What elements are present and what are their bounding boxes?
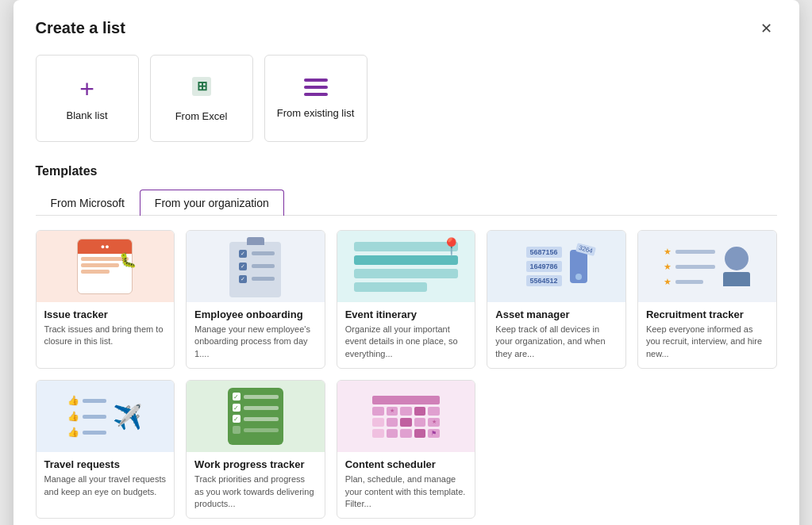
template-info-asset-manager: Asset manager Keep track of all devices …	[487, 302, 625, 368]
tab-from-organization[interactable]: From your organization	[140, 190, 284, 216]
thumb-travel-requests: 👍 👍 👍 ✈️	[37, 381, 175, 452]
template-desc-content-scheduler: Plan, schedule, and manage your content …	[345, 473, 468, 510]
template-desc-work-progress-tracker: Track priorities and progress as you wor…	[194, 473, 317, 510]
blank-list-card[interactable]: + Blank list	[36, 55, 139, 142]
dialog-header: Create a list ✕	[36, 19, 777, 37]
template-name-work-progress-tracker: Work progress tracker	[194, 458, 317, 470]
dialog-title: Create a list	[36, 19, 125, 37]
template-name-asset-manager: Asset manager	[495, 308, 618, 320]
template-info-recruitment-tracker: Recruitment tracker Keep everyone inform…	[638, 302, 776, 368]
thumb-asset-manager: 5687156 1649786 5564512 3264	[487, 231, 625, 302]
template-desc-travel-requests: Manage all your travel requests and keep…	[44, 473, 167, 498]
lines-icon	[304, 79, 328, 99]
thumb-recruitment-tracker: ★ ★ ★	[638, 231, 776, 302]
template-name-content-scheduler: Content scheduler	[345, 458, 468, 470]
template-info-employee-onboarding: Employee onboarding Manage your new empl…	[187, 302, 325, 368]
template-tabs: From Microsoft From your organization	[36, 190, 777, 216]
template-grid-row2: 👍 👍 👍 ✈️ Travel requests Manage	[36, 380, 777, 519]
thumb-work-progress-tracker: ✓ ✓ ✓	[187, 381, 325, 452]
svg-rect-4	[304, 93, 328, 96]
template-desc-issue-tracker: Track issues and bring them to closure i…	[44, 324, 167, 348]
template-grid-row1: ●● 🐛 Issue tracker Track issues and brin…	[36, 230, 777, 369]
template-desc-event-itinerary: Organize all your important event detail…	[345, 324, 468, 360]
template-card-issue-tracker[interactable]: ●● 🐛 Issue tracker Track issues and brin…	[36, 230, 175, 369]
svg-text:⊞: ⊞	[196, 79, 206, 93]
from-existing-list-label: From existing list	[277, 107, 355, 119]
template-card-content-scheduler[interactable]: ★ ★ ⚑ Content scheduler	[337, 380, 476, 519]
template-info-work-progress-tracker: Work progress tracker Track priorities a…	[187, 452, 325, 518]
excel-icon: ⊞	[190, 75, 214, 102]
templates-section-title: Templates	[36, 164, 777, 178]
template-desc-recruitment-tracker: Keep everyone informed as you recruit, i…	[646, 324, 768, 360]
template-desc-asset-manager: Keep track of all devices in your organi…	[495, 324, 618, 360]
from-existing-list-card[interactable]: From existing list	[264, 55, 368, 142]
tab-from-microsoft[interactable]: From Microsoft	[36, 190, 140, 216]
template-name-issue-tracker: Issue tracker	[44, 308, 167, 320]
template-desc-employee-onboarding: Manage your new employee's onboarding pr…	[194, 324, 317, 360]
create-list-dialog: Create a list ✕ + Blank list ⊞ From Exce…	[13, 0, 799, 525]
close-button[interactable]: ✕	[756, 20, 777, 37]
from-excel-card[interactable]: ⊞ From Excel	[150, 55, 253, 142]
empty-slot-2	[637, 380, 777, 519]
blank-list-label: Blank list	[66, 109, 107, 121]
empty-slot-1	[487, 380, 626, 519]
template-info-event-itinerary: Event itinerary Organize all your import…	[337, 302, 475, 368]
action-cards-row: + Blank list ⊞ From Excel From exi	[36, 55, 777, 142]
from-excel-label: From Excel	[175, 110, 228, 122]
template-name-recruitment-tracker: Recruitment tracker	[646, 308, 768, 320]
template-info-travel-requests: Travel requests Manage all your travel r…	[37, 452, 175, 506]
template-card-recruitment-tracker[interactable]: ★ ★ ★ Recru	[637, 230, 777, 369]
template-card-travel-requests[interactable]: 👍 👍 👍 ✈️ Travel requests Manage	[36, 380, 175, 519]
template-info-issue-tracker: Issue tracker Track issues and bring the…	[37, 302, 175, 356]
svg-rect-2	[304, 79, 328, 82]
thumb-event-itinerary: 📍	[337, 231, 475, 302]
svg-rect-3	[304, 86, 328, 89]
template-name-event-itinerary: Event itinerary	[345, 308, 468, 320]
template-card-event-itinerary[interactable]: 📍 Event itinerary Organize all your impo…	[337, 230, 476, 369]
template-card-employee-onboarding[interactable]: ✓ ✓ ✓ Employee onboa	[186, 230, 325, 369]
template-card-asset-manager[interactable]: 5687156 1649786 5564512 3264 Asset manag…	[487, 230, 626, 369]
thumb-employee-onboarding: ✓ ✓ ✓	[187, 231, 325, 302]
template-info-content-scheduler: Content scheduler Plan, schedule, and ma…	[337, 452, 475, 518]
plus-icon: +	[79, 76, 94, 102]
thumb-content-scheduler: ★ ★ ⚑	[337, 381, 475, 452]
template-card-work-progress-tracker[interactable]: ✓ ✓ ✓	[186, 380, 325, 519]
template-name-travel-requests: Travel requests	[44, 458, 167, 470]
thumb-issue-tracker: ●● 🐛	[37, 231, 175, 302]
template-name-employee-onboarding: Employee onboarding	[194, 308, 317, 320]
